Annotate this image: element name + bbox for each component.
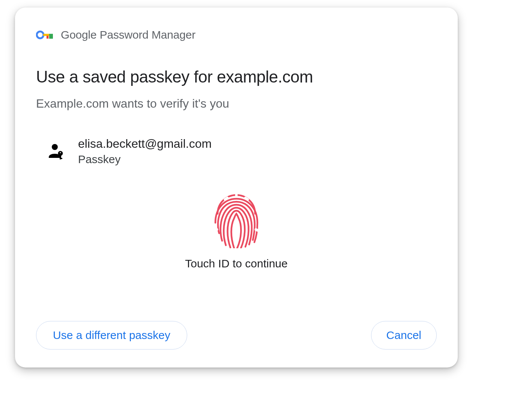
person-passkey-icon [47, 143, 65, 160]
brand-google: Google [61, 28, 97, 41]
svg-point-4 [52, 144, 58, 150]
dialog-header: Google Password Manager [36, 28, 437, 41]
svg-line-11 [256, 230, 257, 230]
password-manager-key-icon [36, 29, 54, 40]
use-different-passkey-button[interactable]: Use a different passkey [36, 321, 187, 350]
dialog-subtitle: Example.com wants to verify it's you [36, 97, 437, 111]
svg-point-6 [60, 152, 61, 153]
touch-id-area: Touch ID to continue [36, 192, 437, 270]
svg-rect-1 [43, 34, 49, 36]
brand-label: Google Password Manager [61, 28, 195, 41]
account-row: elisa.beckett@gmail.com Passkey [47, 137, 437, 166]
fingerprint-icon[interactable] [210, 192, 263, 248]
button-row: Use a different passkey Cancel [36, 321, 437, 350]
svg-rect-3 [49, 34, 53, 39]
touch-id-label: Touch ID to continue [185, 257, 288, 270]
svg-rect-8 [60, 158, 62, 159]
svg-line-10 [245, 198, 248, 200]
passkey-dialog: Google Password Manager Use a saved pass… [15, 8, 458, 368]
cancel-button[interactable]: Cancel [371, 321, 437, 350]
account-text: elisa.beckett@gmail.com Passkey [78, 137, 212, 166]
dialog-title: Use a saved passkey for example.com [36, 68, 437, 86]
svg-point-0 [37, 32, 44, 38]
svg-line-9 [225, 198, 227, 200]
account-type-label: Passkey [78, 153, 212, 166]
account-email: elisa.beckett@gmail.com [78, 137, 212, 151]
brand-product: Password Manager [97, 28, 195, 41]
svg-line-12 [215, 230, 217, 230]
svg-rect-2 [47, 36, 49, 39]
